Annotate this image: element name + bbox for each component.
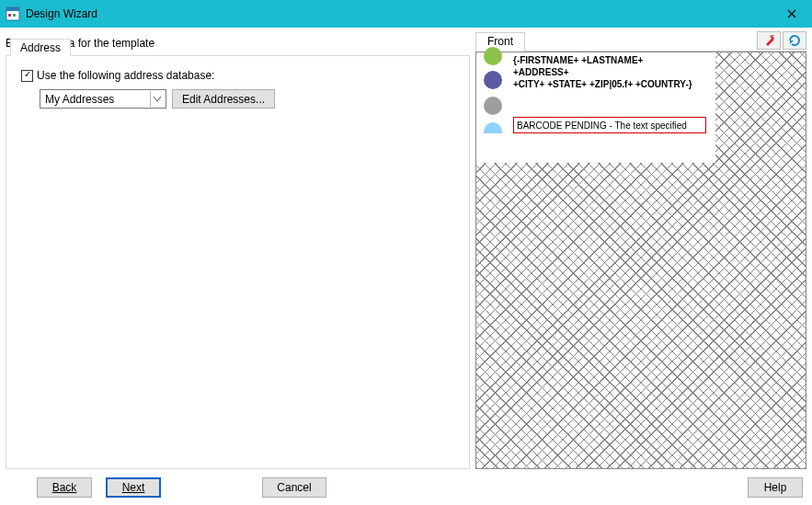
button-bar: Back Next Cancel Help bbox=[0, 477, 812, 498]
edit-addresses-button[interactable]: Edit Addresses... bbox=[172, 89, 275, 109]
title-bar: Design Wizard bbox=[0, 0, 812, 28]
barcode-pending-box: BARCODE PENDING - The text specified bbox=[513, 117, 706, 133]
gray-dot-icon bbox=[484, 97, 502, 115]
barcode-pending-text: BARCODE PENDING - The text specified bbox=[517, 121, 687, 131]
green-dot-icon bbox=[484, 47, 502, 65]
app-icon bbox=[6, 6, 20, 21]
purple-dot-icon bbox=[484, 71, 502, 89]
preview-tabstrip: Front bbox=[475, 31, 806, 52]
window-title: Design Wizard bbox=[26, 7, 97, 20]
close-button[interactable] bbox=[771, 0, 812, 28]
next-button[interactable]: Next bbox=[106, 477, 161, 498]
preview-frame: {-FIRSTNAME+ +LASTNAME+ +ADDRESS+ +CITY+… bbox=[475, 52, 806, 469]
address-db-value: My Addresses bbox=[45, 93, 114, 106]
tab-front[interactable]: Front bbox=[475, 32, 525, 52]
tab-address[interactable]: Address bbox=[10, 39, 71, 57]
use-address-db-checkbox[interactable] bbox=[21, 70, 33, 82]
address-db-select[interactable]: My Addresses bbox=[40, 89, 166, 109]
help-button[interactable]: Help bbox=[748, 477, 803, 498]
use-address-db-label: Use the following address database: bbox=[37, 69, 214, 82]
refresh-tool-button[interactable] bbox=[783, 31, 806, 50]
back-button[interactable]: Back bbox=[37, 477, 92, 498]
svg-rect-3 bbox=[13, 14, 16, 17]
cancel-button[interactable]: Cancel bbox=[262, 477, 326, 498]
preview-canvas: {-FIRSTNAME+ +LASTNAME+ +ADDRESS+ +CITY+… bbox=[476, 52, 715, 163]
left-tab-panel: Address Use the following address databa… bbox=[6, 55, 470, 469]
blue-dot-icon bbox=[484, 122, 502, 133]
svg-rect-2 bbox=[8, 14, 11, 17]
svg-rect-1 bbox=[6, 7, 19, 11]
wrench-tool-button[interactable] bbox=[757, 31, 781, 50]
address-template-text: {-FIRSTNAME+ +LASTNAME+ +ADDRESS+ +CITY+… bbox=[513, 54, 692, 90]
chevron-down-icon bbox=[150, 91, 164, 107]
